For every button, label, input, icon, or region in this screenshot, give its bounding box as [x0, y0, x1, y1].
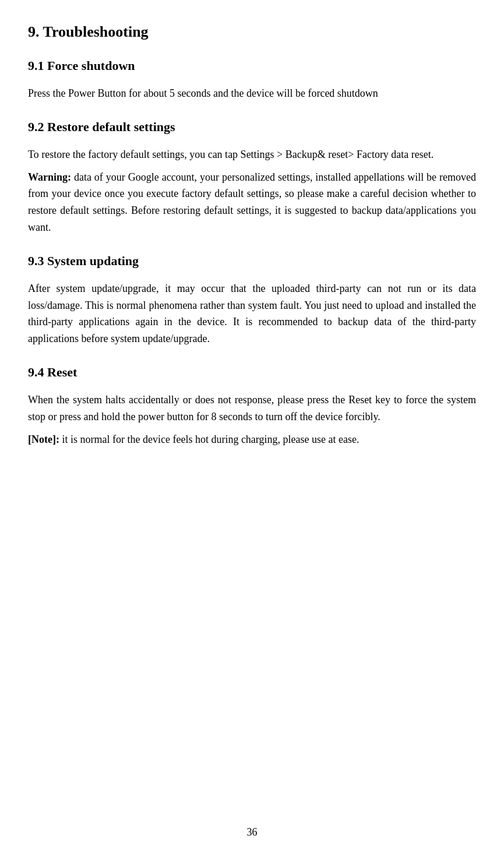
section-force-shutdown: 9.1 Force shutdown Press the Power Butto…: [28, 58, 476, 102]
section-body-reset: When the system halts accidentally or do…: [28, 392, 476, 425]
section-reset: 9.4 Reset When the system halts accident…: [28, 365, 476, 448]
page-number: 36: [247, 826, 258, 839]
note-text: it is normal for the device feels hot du…: [59, 434, 360, 445]
section-body-system-updating: After system update/upgrade, it may occu…: [28, 280, 476, 347]
section-body-restore-warning: Warning: data of your Google account, yo…: [28, 169, 476, 236]
section-body-reset-note: [Note]: it is normal for the device feel…: [28, 431, 476, 448]
warning-text: data of your Google account, your person…: [28, 171, 476, 233]
section-heading-reset: 9.4 Reset: [28, 365, 476, 380]
section-heading-system-updating: 9.3 System updating: [28, 253, 476, 269]
page-title: 9. Troubleshooting: [28, 23, 476, 41]
section-restore-default: 9.2 Restore default settings To restore …: [28, 119, 476, 236]
section-heading-restore-default: 9.2 Restore default settings: [28, 119, 476, 135]
note-prefix: [Note]:: [28, 434, 59, 445]
warning-prefix: Warning:: [28, 171, 71, 183]
section-system-updating: 9.3 System updating After system update/…: [28, 253, 476, 347]
section-body-force-shutdown: Press the Power Button for about 5 secon…: [28, 85, 476, 102]
section-body-restore-intro: To restore the factory default settings,…: [28, 146, 476, 163]
section-heading-force-shutdown: 9.1 Force shutdown: [28, 58, 476, 73]
